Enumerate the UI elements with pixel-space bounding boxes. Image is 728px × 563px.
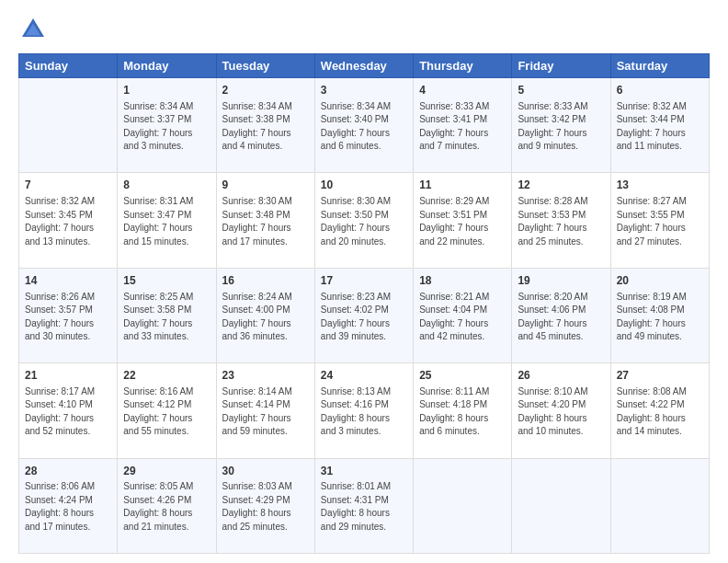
calendar-cell: 29Sunrise: 8:05 AM Sunset: 4:26 PM Dayli… <box>118 458 216 553</box>
calendar-cell: 28Sunrise: 8:06 AM Sunset: 4:24 PM Dayli… <box>19 458 118 553</box>
calendar-week-row: 21Sunrise: 8:17 AM Sunset: 4:10 PM Dayli… <box>19 363 710 458</box>
cell-info: Sunrise: 8:25 AM Sunset: 3:58 PM Dayligh… <box>123 291 210 344</box>
day-number: 4 <box>419 83 506 98</box>
logo <box>18 15 51 44</box>
day-number: 19 <box>518 273 604 289</box>
day-number: 21 <box>25 368 111 384</box>
day-number: 23 <box>222 368 309 384</box>
calendar-cell <box>414 458 512 553</box>
calendar-cell: 23Sunrise: 8:14 AM Sunset: 4:14 PM Dayli… <box>216 363 314 458</box>
calendar-cell: 9Sunrise: 8:30 AM Sunset: 3:48 PM Daylig… <box>216 173 314 268</box>
day-number: 16 <box>222 273 309 289</box>
cell-info: Sunrise: 8:01 AM Sunset: 4:31 PM Dayligh… <box>321 480 407 534</box>
calendar-cell: 5Sunrise: 8:33 AM Sunset: 3:42 PM Daylig… <box>512 78 610 173</box>
day-number: 27 <box>617 368 703 384</box>
calendar-cell: 24Sunrise: 8:13 AM Sunset: 4:16 PM Dayli… <box>314 363 413 458</box>
cell-info: Sunrise: 8:30 AM Sunset: 3:50 PM Dayligh… <box>321 195 407 248</box>
calendar-cell: 25Sunrise: 8:11 AM Sunset: 4:18 PM Dayli… <box>414 363 512 458</box>
cell-info: Sunrise: 8:28 AM Sunset: 3:53 PM Dayligh… <box>518 195 604 248</box>
calendar-cell: 15Sunrise: 8:25 AM Sunset: 3:58 PM Dayli… <box>118 268 216 362</box>
day-number: 30 <box>222 464 309 479</box>
header <box>18 15 710 44</box>
day-number: 31 <box>321 464 407 479</box>
calendar-day-header: Thursday <box>414 54 512 78</box>
calendar-day-header: Monday <box>118 54 216 78</box>
calendar-day-header: Saturday <box>610 54 709 78</box>
cell-info: Sunrise: 8:11 AM Sunset: 4:18 PM Dayligh… <box>419 385 506 439</box>
cell-info: Sunrise: 8:21 AM Sunset: 4:04 PM Dayligh… <box>419 291 506 344</box>
calendar-week-row: 1Sunrise: 8:34 AM Sunset: 3:37 PM Daylig… <box>19 78 710 173</box>
calendar-cell: 26Sunrise: 8:10 AM Sunset: 4:20 PM Dayli… <box>512 363 610 458</box>
cell-info: Sunrise: 8:10 AM Sunset: 4:20 PM Dayligh… <box>518 385 604 439</box>
day-number: 29 <box>123 464 210 479</box>
calendar-cell: 12Sunrise: 8:28 AM Sunset: 3:53 PM Dayli… <box>512 173 610 268</box>
day-number: 6 <box>617 83 703 98</box>
calendar-cell <box>19 78 118 173</box>
day-number: 17 <box>321 273 407 289</box>
calendar-cell: 3Sunrise: 8:34 AM Sunset: 3:40 PM Daylig… <box>314 78 413 173</box>
cell-info: Sunrise: 8:32 AM Sunset: 3:44 PM Dayligh… <box>617 100 703 154</box>
calendar-cell: 17Sunrise: 8:23 AM Sunset: 4:02 PM Dayli… <box>314 268 413 362</box>
cell-info: Sunrise: 8:14 AM Sunset: 4:14 PM Dayligh… <box>222 385 309 439</box>
day-number: 13 <box>617 178 703 193</box>
cell-info: Sunrise: 8:32 AM Sunset: 3:45 PM Dayligh… <box>25 195 111 248</box>
cell-info: Sunrise: 8:20 AM Sunset: 4:06 PM Dayligh… <box>518 291 604 344</box>
calendar-cell: 1Sunrise: 8:34 AM Sunset: 3:37 PM Daylig… <box>118 78 216 173</box>
calendar-cell: 30Sunrise: 8:03 AM Sunset: 4:29 PM Dayli… <box>216 458 314 553</box>
calendar-week-row: 14Sunrise: 8:26 AM Sunset: 3:57 PM Dayli… <box>19 268 710 362</box>
cell-info: Sunrise: 8:29 AM Sunset: 3:51 PM Dayligh… <box>419 195 506 248</box>
day-number: 12 <box>518 178 604 193</box>
cell-info: Sunrise: 8:33 AM Sunset: 3:42 PM Dayligh… <box>518 100 604 154</box>
calendar-day-header: Tuesday <box>216 54 314 78</box>
calendar-cell: 4Sunrise: 8:33 AM Sunset: 3:41 PM Daylig… <box>414 78 512 173</box>
cell-info: Sunrise: 8:13 AM Sunset: 4:16 PM Dayligh… <box>321 385 407 439</box>
cell-info: Sunrise: 8:03 AM Sunset: 4:29 PM Dayligh… <box>222 480 309 534</box>
cell-info: Sunrise: 8:34 AM Sunset: 3:40 PM Dayligh… <box>321 100 407 154</box>
cell-info: Sunrise: 8:30 AM Sunset: 3:48 PM Dayligh… <box>222 195 309 248</box>
calendar-day-header: Wednesday <box>314 54 413 78</box>
day-number: 2 <box>222 83 309 98</box>
day-number: 10 <box>321 178 407 193</box>
day-number: 11 <box>419 178 506 193</box>
calendar-cell: 20Sunrise: 8:19 AM Sunset: 4:08 PM Dayli… <box>610 268 709 362</box>
calendar-week-row: 28Sunrise: 8:06 AM Sunset: 4:24 PM Dayli… <box>19 458 710 553</box>
day-number: 9 <box>222 178 309 193</box>
calendar-week-row: 7Sunrise: 8:32 AM Sunset: 3:45 PM Daylig… <box>19 173 710 268</box>
day-number: 1 <box>123 83 210 98</box>
calendar-cell <box>610 458 709 553</box>
calendar-header-row: SundayMondayTuesdayWednesdayThursdayFrid… <box>19 54 710 78</box>
calendar-cell: 8Sunrise: 8:31 AM Sunset: 3:47 PM Daylig… <box>118 173 216 268</box>
calendar-day-header: Sunday <box>19 54 118 78</box>
day-number: 15 <box>123 273 210 289</box>
day-number: 26 <box>518 368 604 384</box>
calendar-cell: 21Sunrise: 8:17 AM Sunset: 4:10 PM Dayli… <box>19 363 118 458</box>
calendar-cell: 2Sunrise: 8:34 AM Sunset: 3:38 PM Daylig… <box>216 78 314 173</box>
calendar-cell <box>512 458 610 553</box>
calendar-cell: 19Sunrise: 8:20 AM Sunset: 4:06 PM Dayli… <box>512 268 610 362</box>
logo-icon <box>18 15 48 44</box>
cell-info: Sunrise: 8:27 AM Sunset: 3:55 PM Dayligh… <box>617 195 703 248</box>
cell-info: Sunrise: 8:26 AM Sunset: 3:57 PM Dayligh… <box>25 291 111 344</box>
calendar-cell: 22Sunrise: 8:16 AM Sunset: 4:12 PM Dayli… <box>118 363 216 458</box>
calendar-table: SundayMondayTuesdayWednesdayThursdayFrid… <box>18 53 710 554</box>
calendar-cell: 13Sunrise: 8:27 AM Sunset: 3:55 PM Dayli… <box>610 173 709 268</box>
cell-info: Sunrise: 8:17 AM Sunset: 4:10 PM Dayligh… <box>25 385 111 439</box>
day-number: 20 <box>617 273 703 289</box>
cell-info: Sunrise: 8:34 AM Sunset: 3:37 PM Dayligh… <box>123 100 210 154</box>
cell-info: Sunrise: 8:16 AM Sunset: 4:12 PM Dayligh… <box>123 385 210 439</box>
calendar-cell: 14Sunrise: 8:26 AM Sunset: 3:57 PM Dayli… <box>19 268 118 362</box>
cell-info: Sunrise: 8:08 AM Sunset: 4:22 PM Dayligh… <box>617 385 703 439</box>
calendar-cell: 6Sunrise: 8:32 AM Sunset: 3:44 PM Daylig… <box>610 78 709 173</box>
day-number: 25 <box>419 368 506 384</box>
day-number: 22 <box>123 368 210 384</box>
calendar-cell: 10Sunrise: 8:30 AM Sunset: 3:50 PM Dayli… <box>314 173 413 268</box>
day-number: 8 <box>123 178 210 193</box>
day-number: 3 <box>321 83 407 98</box>
calendar-cell: 11Sunrise: 8:29 AM Sunset: 3:51 PM Dayli… <box>414 173 512 268</box>
day-number: 24 <box>321 368 407 384</box>
day-number: 5 <box>518 83 604 98</box>
day-number: 7 <box>25 178 111 193</box>
day-number: 18 <box>419 273 506 289</box>
cell-info: Sunrise: 8:31 AM Sunset: 3:47 PM Dayligh… <box>123 195 210 248</box>
page: SundayMondayTuesdayWednesdayThursdayFrid… <box>0 0 728 563</box>
